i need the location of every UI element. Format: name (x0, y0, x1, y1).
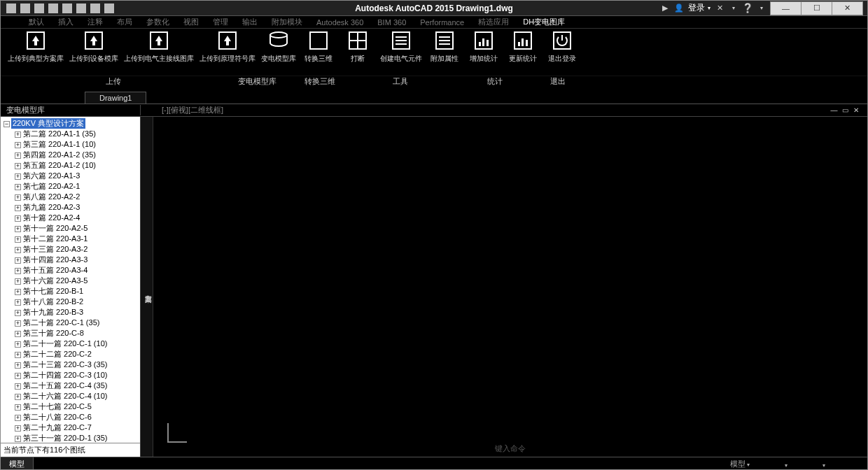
tree-node[interactable]: +第十八篇 220-B-2 (15, 297, 140, 307)
qat-item[interactable] (34, 3, 44, 13)
menu-item[interactable]: 管理 (213, 17, 228, 27)
tree-node[interactable]: +第三篇 220-A1-1 (10) (15, 139, 140, 150)
qat-item[interactable] (90, 3, 100, 13)
tree-node[interactable]: +第十九篇 220-B-3 (15, 307, 140, 318)
app-icon[interactable] (6, 3, 16, 13)
menu-item[interactable]: 默认 (29, 17, 44, 27)
minimize-button[interactable]: — (770, 1, 802, 15)
expand-icon[interactable]: + (15, 236, 21, 243)
document-tab[interactable]: Drawing1 (85, 92, 146, 104)
expand-icon[interactable]: + (15, 436, 21, 442)
expand-icon[interactable]: + (15, 331, 21, 337)
expand-icon[interactable]: + (15, 404, 21, 411)
menu-item[interactable]: 视图 (183, 17, 199, 27)
expand-icon[interactable]: + (15, 142, 21, 148)
expand-icon[interactable]: + (15, 152, 21, 159)
tree-node[interactable]: +第二十六篇 220-C-4 (10) (15, 391, 140, 401)
expand-icon[interactable]: + (15, 173, 21, 180)
expand-icon[interactable]: + (15, 383, 21, 390)
expand-icon[interactable]: + (15, 289, 21, 295)
menu-item[interactable]: 布局 (117, 17, 132, 27)
menu-item[interactable]: 附加模块 (272, 17, 302, 27)
tree-node[interactable]: +第二十一篇 220-C-1 (10) (15, 339, 140, 349)
chevron-down-icon[interactable]: ▾ (757, 3, 766, 13)
expand-icon[interactable]: + (15, 394, 21, 400)
tree-node[interactable]: +第二十九篇 220-C-7 (15, 422, 140, 433)
login-button[interactable]: 登录 ▾ (688, 2, 710, 14)
model-tab[interactable]: 模型 (1, 457, 34, 470)
expand-icon[interactable]: + (15, 352, 21, 358)
status-item[interactable] (822, 460, 825, 469)
collapse-icon[interactable]: − (4, 121, 10, 127)
ribbon-button[interactable]: 退出登录 (542, 31, 582, 76)
help-icon[interactable]: ❔ (743, 3, 752, 13)
exchange-icon[interactable]: ✕ (715, 3, 724, 13)
expand-icon[interactable]: + (15, 205, 21, 211)
tree-node[interactable]: +第二十二篇 220-C-2 (15, 349, 140, 359)
expand-icon[interactable]: + (15, 194, 21, 201)
tree-node[interactable]: +第十二篇 220-A3-1 (15, 234, 140, 244)
tree-node[interactable]: +第二十五篇 220-C-4 (35) (15, 380, 140, 391)
expand-icon[interactable]: + (15, 415, 21, 421)
tree-node[interactable]: +第二十篇 220-C-1 (35) (15, 318, 140, 328)
tree-node[interactable]: +第六篇 220-A1-3 (15, 171, 140, 181)
tree-node[interactable]: +第二篇 220-A1-1 (35) (15, 129, 140, 139)
tree-node[interactable]: +第十篇 220-A2-4 (15, 213, 140, 223)
menu-item[interactable]: DH变电图库 (523, 17, 565, 27)
tree-node[interactable]: +第九篇 220-A2-3 (15, 202, 140, 213)
search-icon[interactable]: ▶ (660, 3, 670, 13)
drawing-canvas[interactable]: 键入命令 (153, 117, 867, 457)
tree-view[interactable]: −220KV 典型设计方案 +第二篇 220-A1-1 (35)+第三篇 220… (1, 117, 140, 443)
tree-root[interactable]: −220KV 典型设计方案 +第二篇 220-A1-1 (35)+第三篇 220… (1, 118, 140, 443)
close-button[interactable]: ✕ (832, 1, 863, 15)
menu-item[interactable]: 输出 (242, 17, 258, 27)
status-item[interactable] (785, 460, 788, 469)
panel-controls[interactable]: — ▭ ✕ (830, 106, 867, 114)
expand-icon[interactable]: + (15, 310, 21, 316)
expand-icon[interactable]: + (15, 131, 21, 138)
tree-node[interactable]: +第八篇 220-A2-2 (15, 192, 140, 202)
ribbon-button[interactable]: 更新统计 (503, 31, 542, 76)
expand-icon[interactable]: + (15, 320, 21, 327)
menu-item[interactable]: Autodesk 360 (316, 18, 363, 27)
menu-item[interactable]: 注释 (88, 17, 103, 27)
viewport-label[interactable]: [-][俯视][二维线框] (141, 105, 223, 115)
tree-node[interactable]: +第十六篇 220-A3-5 (15, 276, 140, 286)
expand-icon[interactable]: + (15, 425, 21, 432)
qat-item[interactable] (76, 3, 86, 13)
expand-icon[interactable]: + (15, 163, 21, 169)
menu-item[interactable]: 参数化 (146, 17, 169, 27)
status-item[interactable]: 模型 (730, 459, 750, 469)
ribbon-button[interactable]: 附加属性 (425, 31, 464, 76)
tree-node[interactable]: +第二十三篇 220-C-3 (35) (15, 359, 140, 370)
tree-root-label[interactable]: 220KV 典型设计方案 (11, 118, 85, 129)
expand-icon[interactable]: + (15, 184, 21, 190)
tree-node[interactable]: +第七篇 220-A2-1 (15, 181, 140, 192)
expand-icon[interactable]: + (15, 226, 21, 232)
expand-icon[interactable]: + (15, 257, 21, 264)
menu-item[interactable]: Performance (420, 18, 464, 27)
tree-node[interactable]: +第十五篇 220-A3-4 (15, 265, 140, 276)
expand-icon[interactable]: + (15, 362, 21, 369)
ribbon-button[interactable]: 打断 (338, 31, 377, 76)
tree-node[interactable]: +第五篇 220-A1-2 (10) (15, 160, 140, 171)
qat-item[interactable] (62, 3, 72, 13)
user-icon[interactable]: 👤 (674, 3, 684, 13)
tree-node[interactable]: +第十一篇 220-A2-5 (15, 223, 140, 234)
ribbon-button[interactable]: 变电模型库 (258, 31, 299, 76)
expand-icon[interactable]: + (15, 215, 21, 222)
tree-node[interactable]: +第十七篇 220-B-1 (15, 286, 140, 297)
tree-node[interactable]: +第十三篇 220-A3-2 (15, 244, 140, 255)
expand-icon[interactable]: + (15, 247, 21, 253)
ribbon-button[interactable]: 上传到设备模库 (66, 31, 121, 76)
expand-icon[interactable]: + (15, 278, 21, 285)
maximize-button[interactable]: ☐ (801, 1, 832, 15)
tree-node[interactable]: +第十四篇 220-A3-3 (15, 255, 140, 265)
ribbon-button[interactable]: 上传到典型方案库 (5, 31, 66, 76)
ribbon-button[interactable]: 增加统计 (464, 31, 503, 76)
tree-node[interactable]: +第二十八篇 220-C-6 (15, 412, 140, 422)
chevron-down-icon[interactable]: ▾ (729, 3, 738, 13)
tree-node[interactable]: +第二十七篇 220-C-5 (15, 401, 140, 412)
tree-node[interactable]: +第三十一篇 220-D-1 (35) (15, 433, 140, 443)
qat-item[interactable] (48, 3, 58, 13)
